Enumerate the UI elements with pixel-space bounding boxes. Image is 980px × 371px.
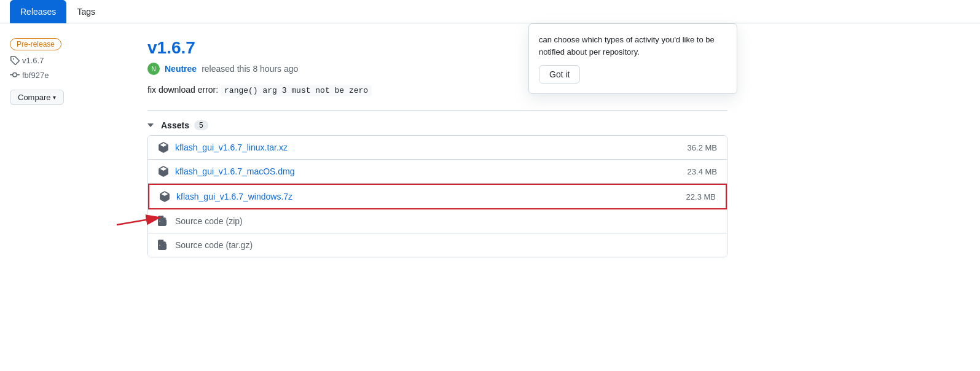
tab-releases[interactable]: Releases <box>10 0 66 23</box>
asset-name-macos[interactable]: kflash_gui_v1.6.7_macOS.dmg <box>175 166 688 176</box>
assets-list: kflash_gui_v1.6.7_linux.tar.xz 36.2 MB k… <box>147 135 727 257</box>
tab-tags[interactable]: Tags <box>66 0 106 23</box>
notification-text: can choose which types of activity you'd… <box>539 34 727 58</box>
tag-icon <box>10 55 20 65</box>
tab-bar: Releases Tags <box>0 0 980 23</box>
pre-release-badge: Pre-release <box>10 38 61 50</box>
triangle-down-icon <box>147 123 154 127</box>
assets-count: 5 <box>194 120 208 130</box>
source-zip-name: Source code <box>175 216 224 226</box>
asset-name-source-zip[interactable]: Source code (zip) <box>175 216 717 226</box>
assets-header[interactable]: Assets 5 <box>147 120 727 130</box>
asset-item-macos[interactable]: kflash_gui_v1.6.7_macOS.dmg 23.4 MB <box>148 160 727 184</box>
description-prefix: fix download error: <box>147 85 221 95</box>
asset-name-linux[interactable]: kflash_gui_v1.6.7_linux.tar.xz <box>175 143 688 152</box>
source-icon-zip <box>158 216 169 227</box>
section-divider <box>147 110 727 111</box>
source-targz-name: Source code <box>175 240 224 250</box>
source-zip-suffix: (zip) <box>224 216 243 226</box>
source-targz-suffix: (tar.gz) <box>224 240 253 250</box>
asset-size-linux: 36.2 MB <box>688 143 717 152</box>
sidebar: Pre-release v1.6.7 fbf927e Compare ▾ <box>10 38 133 257</box>
commit-icon <box>10 70 20 80</box>
author-link[interactable]: Neutree <box>165 64 197 74</box>
package-icon-windows <box>159 191 170 202</box>
package-icon-macos <box>158 166 169 177</box>
avatar: N <box>147 63 160 75</box>
asset-name-source-targz[interactable]: Source code (tar.gz) <box>175 240 717 250</box>
asset-name-windows[interactable]: kflash_gui_v1.6.7_windows.7z <box>176 192 686 201</box>
asset-item-source-targz[interactable]: Source code (tar.gz) <box>148 233 727 257</box>
asset-size-windows: 22.3 MB <box>686 192 716 201</box>
chevron-down-icon: ▾ <box>53 94 56 101</box>
release-time: released this 8 hours ago <box>202 64 298 74</box>
asset-size-macos: 23.4 MB <box>688 167 717 176</box>
package-icon <box>158 142 169 153</box>
assets-section: Assets 5 kflash_gui_v1.6.7_linux.tar.xz … <box>147 120 727 257</box>
asset-item-source-zip[interactable]: Source code (zip) <box>148 209 727 233</box>
tag-link[interactable]: v1.6.7 <box>10 55 44 65</box>
tag-value: v1.6.7 <box>22 56 44 65</box>
compare-label: Compare <box>18 93 50 102</box>
source-icon-targz <box>158 240 169 251</box>
notification-popup: can choose which types of activity you'd… <box>528 23 737 94</box>
main-container: Pre-release v1.6.7 fbf927e Compare ▾ v1.… <box>0 23 737 272</box>
compare-button[interactable]: Compare ▾ <box>10 90 64 105</box>
asset-item-windows[interactable]: kflash_gui_v1.6.7_windows.7z 22.3 MB <box>148 184 727 209</box>
asset-item-linux[interactable]: kflash_gui_v1.6.7_linux.tar.xz 36.2 MB <box>148 136 727 160</box>
got-it-button[interactable]: Got it <box>539 65 580 84</box>
description-code: range() arg 3 must not be zero <box>221 85 372 96</box>
commit-value: fbf927e <box>22 71 49 80</box>
commit-link[interactable]: fbf927e <box>10 70 49 80</box>
assets-label: Assets <box>161 120 189 130</box>
